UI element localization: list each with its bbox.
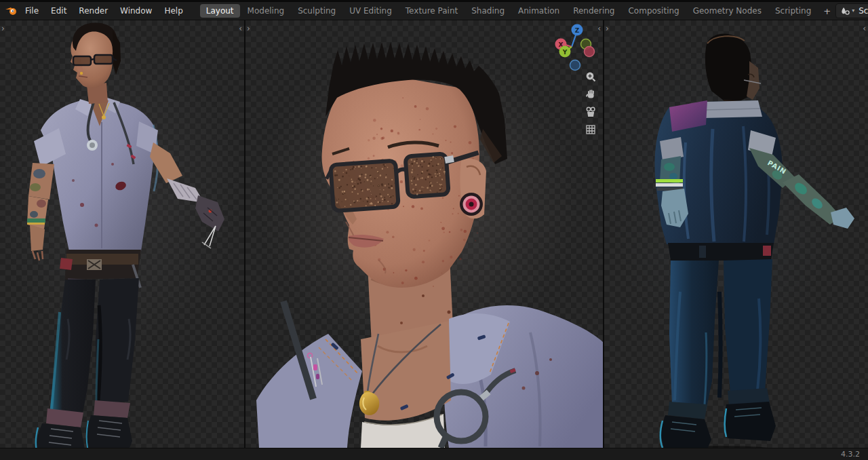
tab-compositing[interactable]: Compositing: [622, 4, 685, 18]
character-model-back: PAIN: [604, 20, 868, 448]
workspace-tabs: Layout Modeling Sculpting UV Editing Tex…: [200, 4, 835, 18]
viewport-closeup-view[interactable]: › ‹: [245, 20, 603, 448]
pan-hand-icon[interactable]: [585, 88, 597, 100]
jeans-back: [669, 259, 772, 407]
blender-logo-glyph: [4, 5, 18, 16]
workspace-area: › ‹: [0, 20, 868, 448]
menubar: File Edit Render Window Help: [19, 4, 189, 18]
tab-uv-editing[interactable]: UV Editing: [343, 4, 398, 18]
topbar-right-controls: ▾ Scene ✕: [835, 3, 868, 18]
tab-sculpting[interactable]: Sculpting: [292, 4, 342, 18]
scene-name[interactable]: Scene: [856, 6, 868, 16]
grid-ortho-icon[interactable]: [585, 123, 597, 136]
area-corner-handle[interactable]: ›: [1, 24, 5, 33]
tab-texture-paint[interactable]: Texture Paint: [399, 4, 464, 18]
area-corner-handle[interactable]: ›: [606, 24, 609, 33]
scene-dropdown-caret-icon[interactable]: ▾: [852, 8, 854, 14]
viewport-back-view[interactable]: › ‹: [604, 20, 868, 448]
menu-file[interactable]: File: [19, 4, 45, 18]
blender-window: File Edit Render Window Help Layout Mode…: [0, 0, 868, 460]
area-corner-handle[interactable]: ‹: [239, 24, 242, 33]
tab-animation[interactable]: Animation: [512, 4, 566, 18]
blender-logo-icon[interactable]: [4, 5, 18, 17]
axis-x-negative-handle[interactable]: [585, 47, 595, 57]
character-model-closeup: [245, 20, 603, 448]
tab-layout[interactable]: Layout: [200, 4, 240, 18]
area-corner-handle[interactable]: ‹: [863, 24, 866, 33]
tab-shading[interactable]: Shading: [465, 4, 511, 18]
scene-selector[interactable]: ▾ Scene ✕: [835, 3, 868, 18]
belt-back: [668, 243, 774, 261]
statusbar: 4.3.2: [0, 448, 868, 460]
zoom-icon[interactable]: [585, 71, 597, 83]
viewport-controls: [585, 71, 597, 136]
add-workspace-button[interactable]: +: [818, 5, 835, 18]
menu-window[interactable]: Window: [114, 4, 158, 18]
eyeglasses: [73, 55, 117, 65]
tattooed-arm: [27, 163, 54, 261]
area-corner-handle[interactable]: ›: [247, 24, 250, 33]
topbar: File Edit Render Window Help Layout Mode…: [0, 2, 868, 20]
tab-geometry-nodes[interactable]: Geometry Nodes: [687, 4, 768, 18]
axis-z-negative-handle[interactable]: [570, 60, 580, 71]
tab-scripting[interactable]: Scripting: [769, 4, 817, 18]
axis-y-label: Y: [562, 49, 568, 56]
head-front: [71, 23, 121, 104]
menu-help[interactable]: Help: [158, 4, 189, 18]
tab-rendering[interactable]: Rendering: [567, 4, 620, 18]
blender-version: 4.3.2: [841, 450, 860, 459]
view-orientation-gizmo[interactable]: Z X Y: [554, 23, 601, 72]
bandaged-arm: [150, 142, 224, 248]
pants-legs: [50, 278, 139, 417]
camera-view-icon[interactable]: [585, 106, 597, 118]
menu-render[interactable]: Render: [73, 4, 114, 18]
tab-modeling[interactable]: Modeling: [241, 4, 291, 18]
axis-z-label: Z: [575, 27, 580, 34]
viewport-front-view[interactable]: › ‹: [0, 20, 244, 448]
menu-edit[interactable]: Edit: [45, 4, 73, 18]
character-model-front: [0, 20, 244, 448]
scene-icon: [840, 6, 850, 16]
ear-with-gauge: [460, 159, 486, 218]
